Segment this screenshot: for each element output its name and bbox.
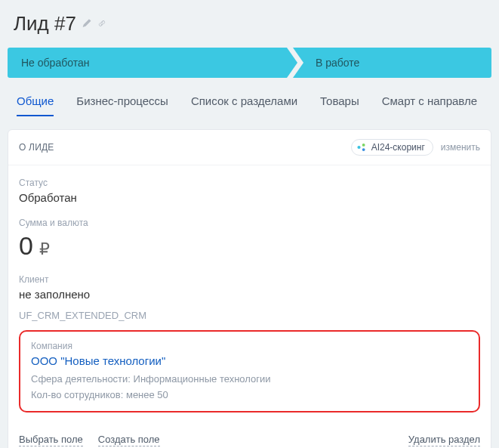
- company-label: Компания: [31, 341, 468, 351]
- link-icon[interactable]: [97, 18, 106, 30]
- company-employees: Кол-во сотрудников: менее 50: [31, 389, 468, 400]
- card-title: О ЛИДЕ: [19, 142, 54, 153]
- field-status: Статус Обработан: [19, 171, 480, 212]
- tab-list-sections[interactable]: Список с разделами: [191, 94, 297, 116]
- tabs: Общие Бизнес-процессы Список с разделами…: [0, 78, 499, 117]
- card-header: О ЛИДЕ AI24-скоринг изменить: [8, 130, 491, 165]
- field-label: Клиент: [19, 274, 480, 285]
- field-value: не заполнено: [19, 288, 480, 301]
- edit-icon[interactable]: [82, 18, 91, 30]
- page-title: Лид #7: [14, 12, 76, 36]
- about-lead-card: О ЛИДЕ AI24-скоринг изменить Статус Обра…: [8, 129, 491, 448]
- svg-point-1: [362, 144, 365, 147]
- field-label: Статус: [19, 178, 480, 188]
- company-highlight-box: Компания ООО "Новые технологии" Сфера де…: [19, 330, 480, 412]
- field-label: Сумма и валюта: [19, 218, 480, 228]
- ai-icon: [356, 142, 367, 153]
- delete-section-link[interactable]: Удалить раздел: [408, 434, 480, 446]
- field-client: Клиент не заполнено: [19, 268, 480, 308]
- tab-general[interactable]: Общие: [17, 94, 54, 116]
- field-amount: Сумма и валюта 0 ₽: [19, 212, 480, 268]
- field-value: Обработан: [19, 191, 480, 204]
- card-body: Статус Обработан Сумма и валюта 0 ₽ Клие…: [8, 165, 491, 423]
- stage-bar: Не обработан В работе: [0, 48, 499, 78]
- footer-left: Выбрать поле Создать поле: [19, 434, 160, 446]
- field-uf-code: UF_CRM_EXTENDED_CRM: [19, 308, 480, 326]
- company-industry: Сфера деятельности: Информационные техно…: [31, 373, 468, 385]
- ai-badge-label: AI24-скоринг: [371, 142, 425, 153]
- header: Лид #7: [0, 8, 499, 48]
- create-field-link[interactable]: Создать поле: [98, 434, 160, 446]
- svg-point-2: [362, 148, 365, 151]
- tab-business-processes[interactable]: Бизнес-процессы: [76, 94, 168, 116]
- select-field-link[interactable]: Выбрать поле: [19, 434, 83, 446]
- company-name-link[interactable]: ООО "Новые технологии": [31, 354, 468, 367]
- currency-symbol: ₽: [39, 239, 50, 259]
- change-link[interactable]: изменить: [441, 142, 480, 153]
- stage-label: Не обработан: [21, 57, 89, 69]
- amount-number: 0: [19, 231, 33, 261]
- ai-scoring-badge[interactable]: AI24-скоринг: [351, 139, 433, 156]
- stage-label: В работе: [316, 57, 359, 69]
- tab-products[interactable]: Товары: [320, 94, 359, 116]
- stage-in-progress[interactable]: В работе: [293, 48, 491, 78]
- card-footer: Выбрать поле Создать поле Удалить раздел: [8, 423, 491, 448]
- tab-smart[interactable]: Смарт с направле: [382, 94, 477, 116]
- svg-point-0: [357, 146, 360, 149]
- card-actions: AI24-скоринг изменить: [351, 139, 480, 156]
- field-value: 0 ₽: [19, 231, 480, 261]
- stage-not-processed[interactable]: Не обработан: [8, 48, 287, 78]
